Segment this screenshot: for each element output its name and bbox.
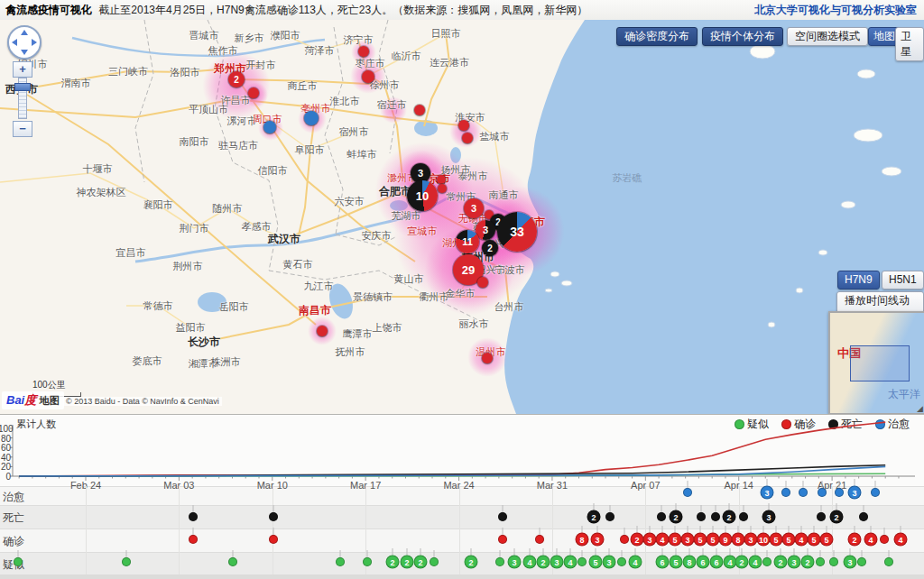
overview-minimap[interactable]: 中国 太平洋 ◢ — [828, 311, 924, 414]
event-dot-治愈[interactable] — [818, 488, 827, 497]
map-type-satellite-button[interactable]: 卫星 — [895, 27, 924, 61]
event-dot-疑似[interactable]: 2 — [386, 556, 400, 569]
event-dot-疑似[interactable]: 3 — [788, 556, 801, 569]
event-dot-死亡[interactable] — [657, 512, 666, 521]
event-dot-疑似[interactable] — [816, 557, 825, 566]
event-dot-治愈[interactable] — [781, 488, 790, 497]
event-dot-死亡[interactable]: 2 — [670, 510, 683, 524]
event-dot-确诊[interactable] — [189, 535, 198, 544]
individual-distribution-button[interactable]: 疫情个体分布 — [702, 27, 783, 46]
zoom-out-button[interactable]: − — [13, 121, 32, 137]
event-dot-治愈[interactable] — [683, 488, 692, 497]
pan-up-icon[interactable] — [21, 30, 28, 35]
event-dot-确诊[interactable]: 4 — [894, 533, 908, 547]
epidemic-marker[interactable] — [482, 353, 493, 363]
event-dot-死亡[interactable] — [711, 512, 720, 521]
event-dot-疑似[interactable] — [430, 557, 439, 566]
event-dot-死亡[interactable] — [605, 512, 614, 521]
event-dot-确诊[interactable] — [620, 535, 629, 544]
event-dot-确诊[interactable]: 5 — [820, 533, 834, 547]
epidemic-marker[interactable] — [248, 87, 259, 98]
event-dot-疑似[interactable]: 5 — [589, 556, 603, 569]
epidemic-marker[interactable]: 3 — [476, 220, 495, 240]
event-dot-治愈[interactable]: 3 — [848, 486, 862, 500]
epidemic-marker[interactable]: 3 — [464, 198, 484, 218]
event-dot-确诊[interactable]: 3 — [591, 533, 605, 547]
event-dot-疑似[interactable]: 2 — [735, 556, 749, 569]
event-dot-确诊[interactable]: 10 — [757, 533, 771, 547]
event-dot-确诊[interactable] — [535, 535, 544, 544]
pan-right-icon[interactable] — [32, 39, 37, 46]
event-dot-疑似[interactable]: 4 — [564, 556, 578, 569]
event-dot-疑似[interactable]: 3 — [550, 556, 564, 569]
event-dot-疑似[interactable]: 6 — [656, 556, 670, 569]
event-dot-死亡[interactable] — [739, 512, 748, 521]
event-dot-确诊[interactable] — [269, 535, 278, 544]
event-dot-疑似[interactable] — [14, 557, 23, 566]
baidu-map[interactable]: 西安市铜川市渭南市三门峡市洛阳市晋城市焦作市新乡市濮阳市菏泽市济宁市枣庄市临沂市… — [0, 20, 924, 414]
event-dot-确诊[interactable]: 4 — [656, 533, 670, 547]
event-dot-疑似[interactable]: 8 — [683, 556, 697, 569]
event-dot-确诊[interactable]: 3 — [681, 533, 695, 547]
epidemic-marker[interactable] — [477, 277, 488, 288]
event-dot-疑似[interactable]: 2 — [414, 556, 428, 569]
event-dot-疑似[interactable] — [857, 557, 866, 566]
event-dot-死亡[interactable] — [817, 512, 826, 521]
event-dot-疑似[interactable]: 2 — [465, 556, 478, 569]
event-dot-治愈[interactable] — [799, 488, 808, 497]
event-dot-确诊[interactable]: 5 — [808, 533, 821, 547]
minimap-resize-icon[interactable]: ◢ — [917, 404, 923, 413]
event-dot-确诊[interactable]: 9 — [719, 533, 733, 547]
event-dot-治愈[interactable] — [871, 488, 880, 497]
epidemic-marker[interactable]: 33 — [497, 212, 537, 252]
event-dot-确诊[interactable]: 3 — [744, 533, 758, 547]
epidemic-marker[interactable]: 11 — [456, 230, 479, 253]
epidemic-marker[interactable]: 10 — [407, 180, 438, 211]
pan-compass-control[interactable] — [7, 25, 42, 60]
event-dot-确诊[interactable]: 4 — [864, 533, 878, 547]
event-dot-死亡[interactable] — [859, 512, 868, 521]
epidemic-marker[interactable] — [358, 46, 369, 57]
event-dot-疑似[interactable] — [617, 557, 626, 566]
event-dot-疑似[interactable]: 2 — [401, 556, 414, 569]
event-dot-确诊[interactable]: 5 — [782, 533, 796, 547]
event-dot-疑似[interactable]: 3 — [844, 556, 857, 569]
event-dot-确诊[interactable]: 2 — [631, 533, 644, 547]
epidemic-marker[interactable] — [317, 326, 328, 336]
event-dot-死亡[interactable] — [498, 512, 507, 521]
event-dot-疑似[interactable] — [228, 557, 237, 566]
zoom-slider-handle[interactable] — [14, 83, 31, 91]
pan-down-icon[interactable] — [21, 50, 28, 55]
event-dot-疑似[interactable]: 4 — [749, 556, 762, 569]
event-dot-死亡[interactable]: 2 — [587, 510, 601, 524]
event-dot-疑似[interactable] — [884, 557, 893, 566]
event-dot-死亡[interactable]: 2 — [723, 510, 736, 524]
epidemic-marker[interactable] — [414, 105, 425, 115]
minimap-viewport[interactable] — [850, 345, 910, 381]
epidemic-marker[interactable] — [304, 111, 319, 125]
event-dot-疑似[interactable] — [336, 557, 345, 566]
event-dot-确诊[interactable]: 3 — [643, 533, 657, 547]
event-dot-疑似[interactable]: 6 — [697, 556, 710, 569]
h7n9-tab-button[interactable]: H7N9 — [837, 271, 880, 290]
epidemic-marker[interactable]: 2 — [228, 71, 245, 87]
epidemic-marker[interactable] — [462, 133, 473, 143]
event-dot-疑似[interactable]: 4 — [523, 556, 537, 569]
event-dot-确诊[interactable]: 5 — [770, 533, 783, 547]
event-dot-死亡[interactable]: 3 — [762, 510, 776, 524]
event-dot-死亡[interactable] — [189, 512, 198, 521]
pan-left-icon[interactable] — [12, 39, 17, 46]
circle-select-mode-button[interactable]: 空间圈选模式 — [787, 27, 868, 46]
event-dot-疑似[interactable] — [495, 557, 504, 566]
event-dot-疑似[interactable] — [363, 557, 372, 566]
event-dot-确诊[interactable]: 8 — [732, 533, 745, 547]
event-dot-疑似[interactable] — [762, 557, 772, 566]
event-dot-疑似[interactable]: 5 — [670, 556, 683, 569]
event-dot-确诊[interactable]: 5 — [707, 533, 720, 547]
baidu-logo[interactable]: Bai度 地图 — [2, 391, 64, 409]
event-dot-死亡[interactable] — [269, 512, 278, 521]
event-dot-疑似[interactable]: 6 — [710, 556, 724, 569]
event-dot-确诊[interactable]: 5 — [669, 533, 682, 547]
event-dot-疑似[interactable]: 4 — [629, 556, 642, 569]
event-dot-治愈[interactable] — [835, 488, 844, 497]
